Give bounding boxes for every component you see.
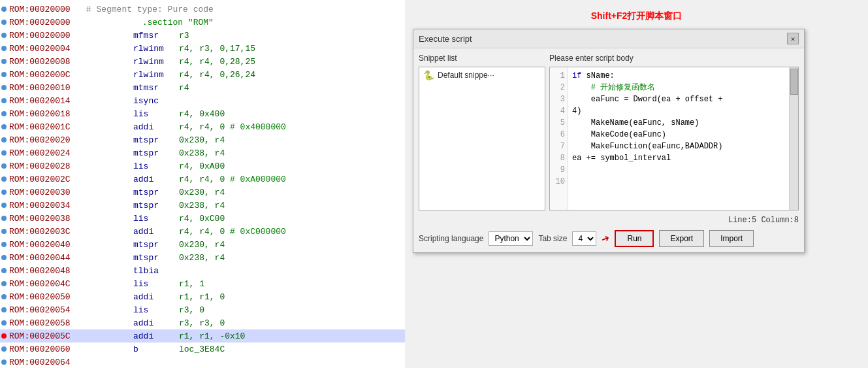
- line-dot: [1, 229, 7, 234]
- python-icon: 🐍: [423, 70, 434, 80]
- script-editor-scrollbar[interactable]: [789, 67, 798, 210]
- disasm-line-highlighted: ROM:0002005C addi r1, r1, -0x10: [0, 329, 405, 343]
- hint-text: Shift+F2打开脚本窗口: [413, 5, 860, 29]
- disasm-line: ROM:00020050 addi r1, r1, 0: [0, 290, 405, 303]
- line-dot: [1, 190, 7, 195]
- disasm-line: ROM:00020018 lis r4, 0x400: [0, 107, 405, 120]
- dialog-close-button[interactable]: ✕: [787, 33, 799, 44]
- disasm-line: ROM:00020004 rlwinm r4, r3, 0,17,15: [0, 42, 405, 55]
- line-dot: [1, 111, 7, 116]
- disasm-line: ROM:00020000 # Segment type: Pure code: [0, 3, 405, 16]
- disasm-line: ROM:00020064: [0, 356, 405, 368]
- line-dot: [1, 20, 7, 25]
- language-select[interactable]: Python IDC: [489, 231, 533, 246]
- disasm-line: ROM:00020010 mtmsr r4: [0, 81, 405, 94]
- line-dot: [1, 216, 7, 221]
- dialog-body: Snippet list Please enter script body 🐍 …: [413, 48, 804, 252]
- disasm-line: ROM:0002003C addi r4, r4, 0 # 0xC000000: [0, 225, 405, 238]
- disasm-line: ROM:00020048 tlbia: [0, 264, 405, 277]
- line-dot: [1, 255, 7, 260]
- line-dot: [1, 72, 7, 77]
- line-dot: [1, 346, 7, 352]
- line-dot: [1, 360, 7, 365]
- disasm-line: ROM:00020000 mfmsr r3: [0, 29, 405, 42]
- status-bar: Line:5 Column:8: [419, 214, 799, 226]
- line-dot: [1, 307, 7, 312]
- disasm-line: ROM:00020038 lis r4, 0xC00: [0, 212, 405, 225]
- line-dot: [1, 150, 7, 156]
- line-dot: [1, 333, 7, 339]
- line-dot: [1, 281, 7, 286]
- line-dot: [1, 176, 7, 182]
- dialog-column-headers: Snippet list Please enter script body: [419, 54, 799, 63]
- tab-size-select[interactable]: 2 4 8: [572, 231, 596, 246]
- disasm-line: ROM:00020044 mtspr 0x238, r4: [0, 251, 405, 264]
- bottom-controls: Scripting language Python IDC Tab size 2…: [419, 230, 799, 247]
- disasm-panel: ROM:00020000 # Segment type: Pure code R…: [0, 0, 405, 368]
- line-dot: [1, 137, 7, 142]
- tab-size-label: Tab size: [538, 234, 567, 243]
- snippet-item-label: Default snippe···: [438, 71, 494, 80]
- execute-script-dialog: Execute script ✕ Snippet list Please ent…: [413, 29, 805, 253]
- scrollbar-thumb: [790, 69, 798, 95]
- scripting-language-label: Scripting language: [419, 234, 483, 243]
- disasm-line: ROM:0002000C rlwinm r4, r4, 0,26,24: [0, 68, 405, 81]
- disasm-line: ROM:00020014 isync: [0, 94, 405, 107]
- disasm-line: ROM:00020040 mtspr 0x230, r4: [0, 238, 405, 251]
- disasm-line: ROM:00020000 .section "ROM": [0, 16, 405, 29]
- disasm-line: ROM:0002002C addi r4, r4, 0 # 0xA000000: [0, 173, 405, 186]
- disasm-line: ROM:00020054 lis r3, 0: [0, 303, 405, 316]
- line-dot: [1, 242, 7, 247]
- line-dot: [1, 46, 7, 51]
- script-editor-wrapper: 1 2 3 4 5 6 7 8 9 10 if sName: # 开始修复函数名…: [549, 67, 799, 210]
- disasm-line: ROM:00020008 rlwinm r4, r4, 0,28,25: [0, 55, 405, 68]
- line-numbers: 1 2 3 4 5 6 7 8 9 10: [550, 67, 568, 210]
- snippet-item-default[interactable]: 🐍 Default snippe···: [419, 67, 545, 83]
- line-dot: [1, 85, 7, 90]
- dialog-title: Execute script: [419, 34, 472, 44]
- dialog-main-row: 🐍 Default snippe··· 1 2 3 4 5 6 7 8 9 10…: [419, 67, 799, 210]
- line-dot: [1, 320, 7, 326]
- line-dot: [1, 203, 7, 208]
- line-dot: [1, 124, 7, 129]
- snippet-list[interactable]: 🐍 Default snippe···: [419, 67, 545, 210]
- dialog-titlebar: Execute script ✕: [413, 29, 804, 48]
- disasm-line: ROM:00020020 mtspr 0x230, r4: [0, 133, 405, 146]
- line-dot: [1, 7, 7, 12]
- disasm-line: ROM:00020058 addi r3, r3, 0: [0, 316, 405, 329]
- disasm-line: ROM:00020030 mtspr 0x230, r4: [0, 186, 405, 199]
- disasm-line: ROM:00020024 mtspr 0x238, r4: [0, 146, 405, 159]
- export-button[interactable]: Export: [659, 230, 704, 247]
- line-dot: [1, 33, 7, 38]
- snippet-list-label: Snippet list: [419, 54, 549, 63]
- disasm-line: ROM:00020034 mtspr 0x238, r4: [0, 199, 405, 212]
- line-dot: [1, 294, 7, 299]
- script-code-area[interactable]: if sName: # 开始修复函数名 eaFunc = Dword(ea + …: [568, 67, 789, 210]
- script-body-label: Please enter script body: [549, 54, 799, 63]
- run-arrow-indicator: ➜: [600, 229, 613, 248]
- line-dot: [1, 98, 7, 103]
- line-dot: [1, 268, 7, 273]
- line-dot: [1, 59, 7, 64]
- right-panel: Shift+F2打开脚本窗口 Execute script ✕ Snippet …: [405, 0, 868, 368]
- run-button[interactable]: Run: [615, 230, 654, 247]
- disasm-line: ROM:00020028 lis r4, 0xA00: [0, 159, 405, 173]
- disasm-line: ROM:0002004C lis r1, 1: [0, 277, 405, 290]
- disasm-line: ROM:00020060 b loc_3E84C: [0, 343, 405, 356]
- disasm-line: ROM:0002001C addi r4, r4, 0 # 0x4000000: [0, 120, 405, 133]
- import-button[interactable]: Import: [709, 230, 754, 247]
- line-dot: [1, 163, 7, 169]
